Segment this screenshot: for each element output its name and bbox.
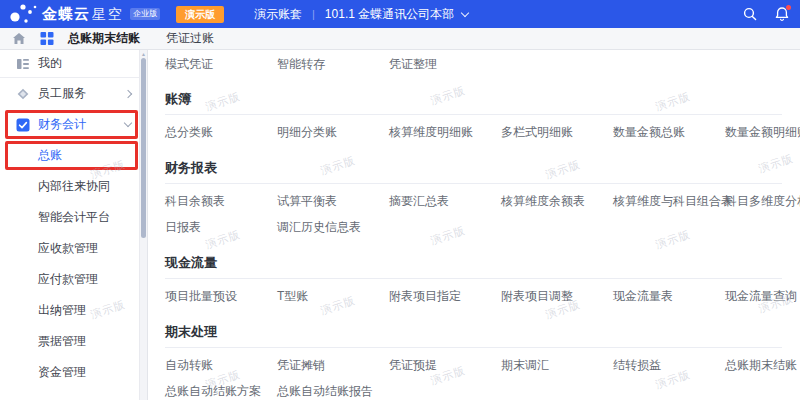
app-grid-icon[interactable] bbox=[40, 32, 54, 45]
app-link[interactable]: 总账自动结账方案 bbox=[165, 383, 261, 400]
sidebar-item-notes[interactable]: 票据管理 bbox=[0, 326, 147, 357]
app-link[interactable]: 自动转账 bbox=[165, 357, 213, 374]
chevron-down-icon bbox=[124, 119, 132, 127]
app-link[interactable]: 附表项目调整 bbox=[501, 288, 573, 305]
demo-version-badge: 演示版 bbox=[176, 6, 224, 23]
module-link-panel: 模式凭证智能转存凭证整理账簿总分类账明细分类账核算维度明细账多栏式明细账数量金额… bbox=[148, 50, 800, 400]
sidebar-item-smart-accounting[interactable]: 智能会计平台 bbox=[0, 202, 147, 233]
app-link[interactable]: 摘要汇总表 bbox=[389, 193, 449, 210]
link-row: 自动转账凭证摊销凭证预提期末调汇结转损益总账期末结账 bbox=[165, 352, 800, 378]
annotation-box bbox=[5, 141, 138, 170]
section-header-ledgers: 账簿 bbox=[165, 90, 800, 108]
sidebar-item-label: 内部往来协同 bbox=[38, 178, 110, 195]
search-icon[interactable] bbox=[742, 6, 758, 22]
brand-name: 金蝶云 bbox=[42, 5, 90, 24]
sidebar-item-label: 智能会计平台 bbox=[38, 209, 110, 226]
app-link[interactable]: 附表项目指定 bbox=[389, 288, 461, 305]
app-link[interactable]: 总账期末结账 bbox=[725, 357, 797, 374]
link-row: 项目批量预设T型账附表项目指定附表项目调整现金流量表现金流量查询 bbox=[165, 283, 800, 309]
section-divider bbox=[165, 278, 782, 279]
link-row: 总账自动结账方案总账自动结账报告 bbox=[165, 378, 800, 400]
chevron-down-icon[interactable] bbox=[461, 8, 469, 16]
sidebar-item-receivables[interactable]: 应收款管理 bbox=[0, 233, 147, 264]
sidebar-item-label: 资金管理 bbox=[38, 364, 86, 381]
tab-voucher-posting[interactable]: 凭证过账 bbox=[166, 30, 214, 47]
organization-name[interactable]: 101.1 金蝶通讯公司本部 bbox=[325, 6, 454, 23]
sidebar-item-internal-settlement[interactable]: 内部往来协同 bbox=[0, 171, 147, 202]
my-icon bbox=[16, 57, 30, 71]
app-link[interactable]: 多栏式明细账 bbox=[501, 124, 573, 141]
checkbox-icon bbox=[16, 118, 30, 132]
app-link[interactable]: T型账 bbox=[277, 288, 308, 305]
app-link[interactable]: 核算维度与科目组合表 bbox=[613, 193, 733, 210]
notification-dot bbox=[786, 5, 791, 10]
section-title: 期末处理 bbox=[165, 323, 217, 341]
app-link[interactable]: 核算维度明细账 bbox=[389, 124, 473, 141]
app-link[interactable]: 试算平衡表 bbox=[277, 193, 337, 210]
app-link[interactable]: 凭证整理 bbox=[389, 56, 437, 73]
edition-badge: 企业版 bbox=[130, 8, 160, 20]
section-divider bbox=[165, 347, 782, 348]
sidebar-scrollbar[interactable]: ▲ bbox=[139, 50, 147, 400]
sidebar-item-label: 票据管理 bbox=[38, 333, 86, 350]
notification-bell-icon[interactable] bbox=[774, 6, 790, 22]
app-link[interactable]: 凭证摊销 bbox=[277, 357, 325, 374]
sidebar-item-employee-services[interactable]: 员工服务 bbox=[0, 78, 147, 109]
app-link[interactable]: 凭证预提 bbox=[389, 357, 437, 374]
account-set-label[interactable]: 演示账套 bbox=[254, 6, 302, 23]
sidebar: 我的员工服务财务会计总账内部往来协同智能会计平台应收款管理应付款管理出纳管理票据… bbox=[0, 50, 148, 400]
sidebar-item-payables[interactable]: 应付款管理 bbox=[0, 264, 147, 295]
sidebar-item-cashier[interactable]: 出纳管理 bbox=[0, 295, 147, 326]
app-link[interactable]: 总分类账 bbox=[165, 124, 213, 141]
section-header-period-end: 期末处理 bbox=[165, 323, 800, 341]
app-link[interactable]: 期末调汇 bbox=[501, 357, 549, 374]
app-link[interactable]: 总账自动结账报告 bbox=[277, 383, 373, 400]
section-title: 账簿 bbox=[165, 90, 191, 108]
sidebar-item-label: 总账 bbox=[38, 147, 62, 164]
app-link[interactable]: 数量金额明细账 bbox=[725, 124, 800, 141]
scrollbar-up-arrow[interactable]: ▲ bbox=[140, 51, 147, 57]
tab-bar: 总账期末结账 凭证过账 bbox=[0, 28, 800, 50]
sidebar-item-label: 出纳管理 bbox=[38, 302, 86, 319]
brand-subname: 星空 bbox=[92, 6, 124, 24]
sidebar-item-finance-accounting[interactable]: 财务会计 bbox=[0, 109, 147, 140]
link-row: 日报表调汇历史信息表 bbox=[165, 214, 800, 240]
app-link[interactable]: 现金流量表 bbox=[613, 288, 673, 305]
sidebar-item-treasury[interactable]: 资金管理 bbox=[0, 357, 147, 388]
chevron-right-icon bbox=[124, 89, 132, 97]
scrollbar-thumb[interactable] bbox=[141, 58, 146, 238]
sidebar-item-label: 应收款管理 bbox=[38, 240, 98, 257]
app-link[interactable]: 调汇历史信息表 bbox=[277, 219, 361, 236]
sidebar-item-label: 我的 bbox=[38, 55, 62, 72]
separator: | bbox=[312, 8, 315, 20]
tab-gl-period-end-close[interactable]: 总账期末结账 bbox=[68, 30, 140, 47]
section-header-cash-flow: 现金流量 bbox=[165, 254, 800, 272]
sidebar-item-my[interactable]: 我的 bbox=[0, 50, 147, 78]
app-link[interactable]: 科目余额表 bbox=[165, 193, 225, 210]
app-link[interactable]: 智能转存 bbox=[277, 56, 325, 73]
app-link[interactable]: 明细分类账 bbox=[277, 124, 337, 141]
sidebar-item-label: 员工服务 bbox=[38, 85, 86, 102]
section-divider bbox=[165, 114, 782, 115]
sidebar-item-label: 财务会计 bbox=[38, 116, 86, 133]
kingdee-logo-icon bbox=[6, 1, 40, 27]
app-link[interactable]: 日报表 bbox=[165, 219, 201, 236]
section-divider bbox=[165, 183, 782, 184]
brand: 金蝶云 星空 bbox=[42, 5, 124, 24]
app-link[interactable]: 数量金额总账 bbox=[613, 124, 685, 141]
diamond-icon bbox=[16, 87, 30, 101]
sidebar-item-label: 应付款管理 bbox=[38, 271, 98, 288]
app-link[interactable]: 核算维度余额表 bbox=[501, 193, 585, 210]
sidebar-item-general-ledger[interactable]: 总账 bbox=[0, 140, 147, 171]
app-link[interactable]: 结转损益 bbox=[613, 357, 661, 374]
app-link[interactable]: 现金流量查询 bbox=[725, 288, 797, 305]
top-bar: 金蝶云 星空 企业版 演示版 演示账套 | 101.1 金蝶通讯公司本部 bbox=[0, 0, 800, 28]
link-row: 科目余额表试算平衡表摘要汇总表核算维度余额表核算维度与科目组合表科目多维度分析 bbox=[165, 188, 800, 214]
app-link[interactable]: 模式凭证 bbox=[165, 56, 213, 73]
section-header-financial-reports: 财务报表 bbox=[165, 159, 800, 177]
link-row: 模式凭证智能转存凭证整理 bbox=[165, 52, 800, 76]
section-title: 财务报表 bbox=[165, 159, 217, 177]
app-link[interactable]: 科目多维度分析 bbox=[725, 193, 800, 210]
home-icon[interactable] bbox=[12, 32, 26, 45]
app-link[interactable]: 项目批量预设 bbox=[165, 288, 237, 305]
